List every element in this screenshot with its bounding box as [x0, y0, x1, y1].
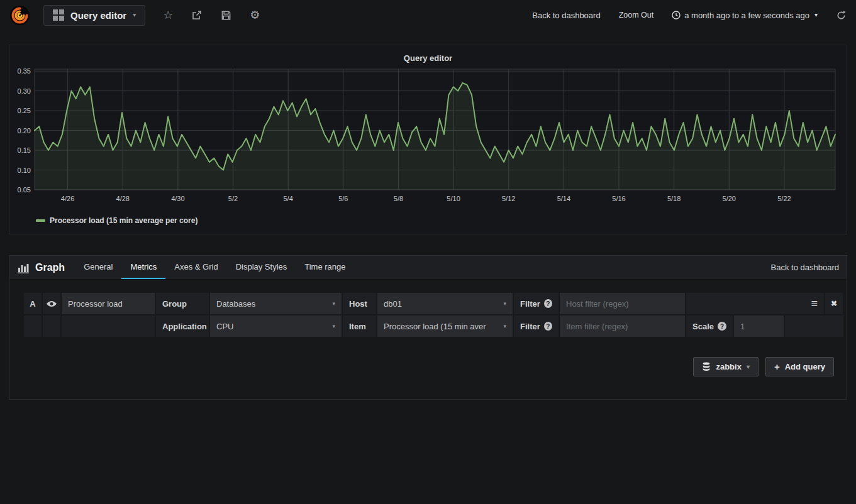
zoom-out-button[interactable]: Zoom Out	[619, 11, 654, 19]
svg-text:0.10: 0.10	[18, 167, 31, 174]
application-select[interactable]: CPU ▾	[210, 315, 342, 337]
host-filter-cell	[560, 293, 685, 314]
query-editor-table: A Processor load Group Databases ▾ Host …	[24, 293, 847, 337]
bar-chart-icon	[17, 262, 30, 273]
filter-label-text: Filter	[520, 299, 540, 309]
dashboard-grid-icon	[53, 9, 64, 21]
graph-panel: Query editor 0.050.100.150.200.250.300.3…	[9, 45, 847, 234]
chevron-down-icon: ▾	[332, 324, 335, 329]
svg-text:0.35: 0.35	[18, 67, 31, 75]
grafana-logo[interactable]	[9, 5, 30, 26]
dashboard-picker[interactable]: Query editor ▾	[43, 5, 145, 26]
empty-cell	[43, 315, 60, 337]
remove-query-button[interactable]: ✖	[825, 293, 843, 314]
time-range-label: a month ago to a few seconds ago	[684, 11, 809, 20]
svg-text:5/6: 5/6	[338, 195, 348, 202]
help-circle-icon[interactable]: ?	[544, 322, 552, 331]
application-select-value: CPU	[216, 322, 233, 331]
svg-text:5/18: 5/18	[667, 195, 681, 202]
filter-label-text: Filter	[520, 322, 540, 331]
dashboard-title: Query editor	[70, 10, 126, 21]
row-options-cell: ≡	[686, 293, 824, 314]
svg-text:0.05: 0.05	[18, 186, 31, 194]
svg-text:5/20: 5/20	[723, 195, 736, 202]
datasource-button[interactable]: zabbix ▾	[693, 357, 759, 376]
clock-icon	[672, 11, 681, 19]
legend-series-label[interactable]: Processor load (15 min average per core)	[50, 216, 197, 225]
svg-text:0.20: 0.20	[18, 127, 31, 134]
svg-text:5/8: 5/8	[394, 195, 403, 202]
time-range-picker[interactable]: a month ago to a few seconds ago ▾	[672, 11, 818, 20]
host-filter-input[interactable]	[566, 299, 679, 309]
close-icon: ✖	[831, 299, 837, 308]
tab-metrics[interactable]: Metrics	[121, 256, 165, 279]
svg-text:4/30: 4/30	[171, 195, 184, 202]
query-visibility-toggle[interactable]	[43, 293, 60, 314]
chevron-down-icon: ▾	[814, 12, 818, 18]
scale-label-text: Scale	[692, 322, 714, 331]
group-label: Group	[156, 293, 209, 314]
add-query-button[interactable]: + Add query	[765, 357, 834, 376]
panel-editor: Graph General Metrics Axes & Grid Displa…	[9, 255, 847, 400]
svg-text:0.15: 0.15	[18, 146, 31, 154]
svg-text:5/14: 5/14	[557, 195, 570, 202]
refresh-icon[interactable]	[836, 10, 847, 21]
back-to-dashboard-link[interactable]: Back to dashboard	[771, 263, 839, 272]
application-label: Application	[156, 315, 209, 337]
svg-text:0.30: 0.30	[18, 87, 31, 95]
query-letter[interactable]: A	[24, 293, 42, 314]
item-label: Item	[343, 315, 376, 337]
database-icon	[702, 362, 711, 371]
svg-text:4/26: 4/26	[61, 195, 74, 202]
svg-text:5/4: 5/4	[284, 195, 293, 202]
group-select[interactable]: Databases ▾	[210, 293, 342, 314]
help-circle-icon[interactable]: ?	[544, 299, 552, 308]
host-select[interactable]: db01 ▾	[377, 293, 513, 314]
tab-general[interactable]: General	[75, 256, 121, 279]
help-circle-icon[interactable]: ?	[718, 322, 726, 331]
add-query-button-label: Add query	[785, 362, 825, 371]
editor-tabs: General Metrics Axes & Grid Display Styl…	[75, 256, 354, 279]
tab-display-styles[interactable]: Display Styles	[227, 256, 296, 279]
plus-icon: +	[774, 361, 780, 372]
item-select[interactable]: Processor load (15 min aver ▾	[377, 315, 513, 337]
empty-cell	[785, 315, 843, 337]
chevron-down-icon: ▾	[503, 301, 506, 307]
chart: 0.050.100.150.200.250.300.354/264/284/30…	[9, 65, 847, 215]
svg-text:5/12: 5/12	[502, 195, 515, 202]
empty-cell	[24, 315, 42, 337]
editor-header: Graph General Metrics Axes & Grid Displa…	[9, 256, 847, 280]
back-to-dashboard-link[interactable]: Back to dashboard	[532, 11, 600, 20]
chevron-down-icon: ▾	[332, 301, 335, 307]
panel-type-title: Graph	[35, 262, 65, 273]
eye-icon	[46, 300, 57, 307]
row-menu-icon[interactable]: ≡	[811, 297, 818, 310]
scale-input[interactable]	[740, 322, 777, 331]
tab-time-range[interactable]: Time range	[296, 256, 354, 279]
tab-axes-grid[interactable]: Axes & Grid	[165, 256, 226, 279]
query-row-1: A Processor load Group Databases ▾ Host …	[24, 293, 847, 314]
query-row-2: Application CPU ▾ Item Processor load (1…	[24, 315, 847, 337]
top-navbar: Query editor ▾ ☆ ⚙ Back to dashboard Zoo…	[0, 0, 856, 30]
scale-cell	[734, 315, 784, 337]
svg-text:5/2: 5/2	[228, 195, 238, 202]
query-name-field[interactable]: Processor load	[62, 293, 155, 314]
item-filter-cell	[560, 315, 685, 337]
graph-panel-title[interactable]: Query editor	[9, 45, 847, 65]
chevron-down-icon: ▾	[503, 324, 506, 329]
item-filter-input[interactable]	[566, 322, 679, 331]
empty-cell	[62, 315, 155, 337]
svg-text:4/28: 4/28	[116, 195, 130, 202]
chevron-down-icon: ▾	[133, 12, 136, 18]
star-icon[interactable]: ☆	[163, 9, 173, 21]
datasource-button-label: zabbix	[716, 362, 741, 371]
scale-label: Scale ?	[686, 315, 733, 337]
share-icon[interactable]	[191, 9, 203, 21]
item-select-value: Processor load (15 min aver	[384, 322, 486, 331]
svg-text:5/16: 5/16	[612, 195, 625, 202]
host-filter-label: Filter ?	[514, 293, 559, 314]
gear-icon[interactable]: ⚙	[250, 9, 260, 21]
save-icon[interactable]	[221, 10, 231, 21]
svg-text:0.25: 0.25	[18, 107, 31, 114]
chart-legend: Processor load (15 min average per core)	[9, 215, 847, 230]
